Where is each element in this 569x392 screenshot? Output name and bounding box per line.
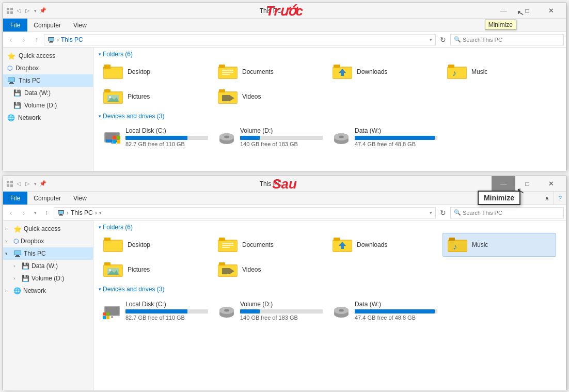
svg-rect-103 <box>103 312 106 316</box>
svg-text:♪: ♪ <box>452 69 456 77</box>
svg-rect-106 <box>106 316 109 319</box>
bot-sidebar-item-network[interactable]: › 🌐 Network <box>3 285 93 297</box>
drive-w-free: 47.4 GB free of 48.8 GB <box>355 141 437 147</box>
bot-search-input[interactable] <box>463 210 560 216</box>
bot-drive-d[interactable]: Volume (D:) 140 GB free of 183 GB <box>213 295 327 326</box>
bot-titlebar: ◁ ▷ ▾ 📌 This PC Sau — □ ✕ Minimize ↖ <box>3 176 566 192</box>
bot-tab-view[interactable]: View <box>67 192 93 205</box>
sidebar-item-quick-access[interactable]: ⭐ Quick access <box>3 50 93 62</box>
bot-ribbon-expand[interactable]: ∧ <box>541 192 554 205</box>
bot-sidebar-item-volume-d[interactable]: › 💾 Volume (D:) <box>3 272 93 285</box>
drive-w-bar-bg <box>355 136 437 140</box>
bot-close-btn[interactable]: ✕ <box>539 176 563 192</box>
bot-addr-path[interactable]: › This PC › ▾ ▾ <box>54 207 436 218</box>
bot-folder-desktop-label: Desktop <box>128 241 150 248</box>
music-folder-icon: ♪ <box>447 62 467 81</box>
bot-drives-header[interactable]: ▾ Devices and drives (3) <box>99 286 561 293</box>
bot-pictures-folder-icon <box>103 260 123 279</box>
bot-addr-recent[interactable]: ▾ <box>31 207 39 218</box>
top-tab-computer[interactable]: Computer <box>27 19 67 32</box>
drive-c-bar-fill <box>125 136 187 140</box>
network-icon: 🌐 <box>7 114 15 121</box>
top-tab-view[interactable]: View <box>67 19 93 32</box>
bot-folder-pictures-label: Pictures <box>128 266 150 273</box>
drive-c[interactable]: Local Disk (C:) 82.7 GB free of 110 GB <box>99 122 212 152</box>
sidebar-item-data-w[interactable]: 💾 Data (W:) <box>3 87 93 99</box>
bot-drives-chevron: ▾ <box>99 287 101 292</box>
bot-addr-up[interactable]: ↑ <box>41 207 52 218</box>
sidebar-item-this-pc[interactable]: This PC <box>3 74 93 87</box>
documents-folder-icon <box>217 62 238 81</box>
folder-videos[interactable]: Videos <box>213 85 327 108</box>
top-search-input[interactable] <box>463 37 560 43</box>
top-folders-header[interactable]: ▾ Folders (6) <box>99 51 561 58</box>
drive-d[interactable]: Volume (D:) 140 GB free of 183 GB <box>213 122 327 152</box>
sidebar-item-volume-d[interactable]: 💾 Volume (D:) <box>3 99 93 112</box>
bot-refresh[interactable]: ↻ <box>437 207 449 218</box>
bot-addr-forward[interactable]: › <box>18 207 29 218</box>
folder-videos-label: Videos <box>242 93 261 100</box>
bot-drive-w-icon-img <box>332 301 351 320</box>
bot-folders-header[interactable]: ▾ Folders (6) <box>99 224 561 231</box>
bot-videos-folder-icon <box>217 260 238 279</box>
bot-folder-downloads[interactable]: Downloads <box>328 233 441 257</box>
bot-folder-music[interactable]: ♪ Music <box>442 233 556 257</box>
folder-documents[interactable]: Documents <box>213 60 327 84</box>
svg-rect-21 <box>222 74 230 75</box>
bot-addressbar: ‹ › ▾ ↑ › This PC › ▾ ▾ ↻ 🔍 <box>3 205 566 221</box>
bot-folder-pictures[interactable]: Pictures <box>99 258 212 281</box>
bot-search-icon: 🔍 <box>454 209 461 216</box>
bot-drive-c[interactable]: Local Disk (C:) 82.7 GB free of 110 GB <box>99 295 212 326</box>
bot-pc-icon <box>13 250 22 257</box>
folder-desktop[interactable]: Desktop <box>99 60 212 84</box>
bot-sidebar-label-qa: Quick access <box>24 225 60 232</box>
bot-addr-back[interactable]: ‹ <box>5 207 17 218</box>
bot-ribbon-help[interactable]: ? <box>554 192 566 205</box>
bot-folder-desktop[interactable]: Desktop <box>99 233 212 257</box>
bot-sidebar-item-dropbox[interactable]: › ⬡ Dropbox <box>3 235 93 247</box>
top-addr-back[interactable]: ‹ <box>5 34 17 45</box>
bot-sidebar-label-pc: This PC <box>24 250 46 257</box>
top-search-box[interactable]: 🔍 <box>450 34 564 45</box>
bot-drive-d-bar-fill <box>240 309 260 313</box>
sidebar-item-dropbox[interactable]: ⬡ Dropbox <box>3 62 93 74</box>
bot-tab-file[interactable]: File <box>3 192 27 205</box>
folder-documents-label: Documents <box>242 68 274 75</box>
bot-drive-w[interactable]: Data (W:) 47.4 GB free of 48.8 GB <box>328 295 441 326</box>
bot-drive-d-icon: 💾 <box>22 275 29 282</box>
folder-music[interactable]: ♪ Music <box>442 60 556 84</box>
bot-minimize-btn[interactable]: — <box>492 176 515 192</box>
folder-pictures[interactable]: Pictures <box>99 85 212 108</box>
drive-w[interactable]: Data (W:) 47.4 GB free of 48.8 GB <box>328 122 441 152</box>
bot-addr-chevron: ▾ <box>99 210 102 215</box>
bot-sidebar-item-data-w[interactable]: › 💾 Data (W:) <box>3 260 93 272</box>
top-back-icon: ◁ <box>15 7 22 14</box>
top-minimize-btn[interactable]: — <box>492 3 515 19</box>
bot-search-box[interactable]: 🔍 <box>450 207 564 218</box>
drive-w-icon-img <box>332 128 351 146</box>
drive-d-bar-bg <box>240 136 323 140</box>
folders-chevron: ▾ <box>99 52 101 57</box>
bot-sidebar-item-this-pc[interactable]: ▾ This PC <box>3 247 93 260</box>
bot-folder-videos[interactable]: Videos <box>213 258 327 281</box>
bot-downloads-folder-icon <box>332 236 353 254</box>
top-addr-forward[interactable]: › <box>18 34 29 45</box>
top-addr-up[interactable]: ↑ <box>31 34 42 45</box>
sidebar-item-network[interactable]: 🌐 Network <box>3 112 93 124</box>
top-tab-file[interactable]: File <box>3 19 27 32</box>
top-close-btn[interactable]: ✕ <box>539 3 563 19</box>
sidebar-label-dropbox: Dropbox <box>15 65 39 72</box>
folder-downloads[interactable]: Downloads <box>328 60 441 84</box>
bot-folder-documents[interactable]: Documents <box>213 233 327 257</box>
bot-folders-section-label: Folders (6) <box>103 224 133 231</box>
top-drives-header[interactable]: ▾ Devices and drives (3) <box>99 113 561 120</box>
bot-sidebar-item-quick-access[interactable]: › ⭐ Quick access <box>3 223 93 235</box>
top-refresh[interactable]: ↻ <box>437 34 449 45</box>
top-minimize-tooltip: Minimize <box>485 20 516 30</box>
this-pc-icon <box>7 77 15 84</box>
top-addr-path[interactable]: › This PC ▾ <box>44 34 436 45</box>
bot-tab-computer[interactable]: Computer <box>27 192 67 205</box>
top-folders-grid: Desktop Documents <box>99 60 561 108</box>
top-titlebar: ◁ ▷ ▾ 📌 This PC Trước — □ ✕ Minimize ↖ <box>3 3 566 19</box>
top-main: ⭐ Quick access ⬡ Dropbox This PC 💾 Data … <box>3 48 566 171</box>
